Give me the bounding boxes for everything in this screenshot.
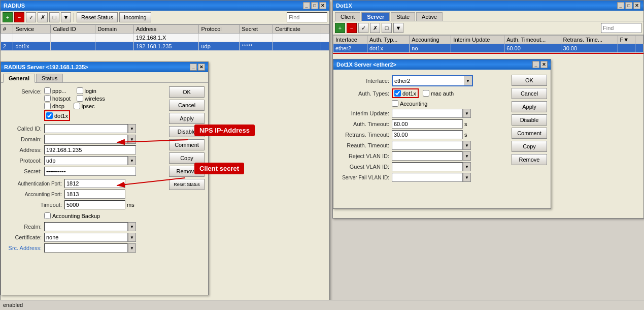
dot1x-checkbox[interactable]: [46, 112, 53, 119]
interface-input[interactable]: [393, 76, 464, 85]
radius-box-btn[interactable]: □: [49, 12, 59, 22]
dot1x-minimize-btn[interactable]: _: [617, 2, 624, 9]
ppp-checkbox[interactable]: [44, 87, 51, 94]
dhcp-checkbox[interactable]: [44, 103, 51, 109]
domain-dropdown-btn[interactable]: ▼: [128, 135, 136, 144]
called-id-input[interactable]: [44, 124, 128, 133]
apply-button[interactable]: Apply: [169, 113, 205, 124]
interface-dropdown-btn[interactable]: ▼: [464, 76, 472, 85]
dot1x-check-btn[interactable]: ✓: [358, 23, 368, 33]
radius-add-btn[interactable]: +: [3, 12, 13, 22]
dot1x-cancel-button[interactable]: Cancel: [512, 88, 547, 99]
cancel-button[interactable]: Cancel: [169, 100, 205, 111]
tab-general[interactable]: General: [3, 74, 35, 83]
server-fail-vlan-input[interactable]: [392, 173, 463, 182]
ipsec-checkbox-label[interactable]: ipsec: [74, 103, 95, 109]
hotspot-checkbox-label[interactable]: hotspot: [44, 95, 71, 102]
dot1x-copy-button[interactable]: Copy: [512, 141, 547, 152]
reject-vlan-input[interactable]: [392, 151, 463, 161]
radius-server-minimize[interactable]: _: [190, 64, 197, 71]
tab-server[interactable]: Server: [361, 12, 390, 21]
dot1x-server-minimize[interactable]: _: [532, 61, 539, 68]
reauth-timeout-dropdown[interactable]: ▼: [463, 141, 471, 150]
dot1x-filter-btn[interactable]: ▼: [393, 23, 403, 33]
src-address-input[interactable]: [44, 243, 128, 253]
comment-button[interactable]: Comment: [169, 139, 205, 150]
reauth-timeout-input[interactable]: [392, 141, 463, 150]
radius-maximize-btn[interactable]: □: [311, 2, 318, 9]
radius-remove-btn[interactable]: −: [14, 12, 24, 22]
ok-button[interactable]: OK: [169, 86, 205, 98]
dot1x-add-btn[interactable]: +: [335, 23, 345, 33]
copy-button[interactable]: Copy: [169, 152, 205, 164]
guest-vlan-input[interactable]: [392, 162, 463, 171]
src-address-dropdown-btn[interactable]: ▼: [128, 243, 136, 253]
radius-close-btn[interactable]: ✕: [319, 2, 326, 9]
timeout-input[interactable]: [64, 200, 125, 209]
dot1x-close-btn[interactable]: ✕: [633, 2, 640, 9]
radius-x-btn[interactable]: ✗: [38, 12, 48, 22]
ppp-checkbox-label[interactable]: ppp...: [44, 87, 66, 94]
address-input[interactable]: [44, 145, 136, 154]
accounting-port-input[interactable]: [64, 190, 125, 199]
certificate-dropdown-btn[interactable]: ▼: [128, 233, 136, 242]
tab-status[interactable]: Status: [36, 74, 63, 82]
hotspot-checkbox[interactable]: [44, 95, 51, 102]
wireless-checkbox[interactable]: [77, 95, 83, 102]
accounting-checkbox[interactable]: [392, 100, 398, 107]
accounting-checkbox-label[interactable]: Accounting: [392, 100, 427, 107]
tab-active[interactable]: Active: [416, 12, 443, 21]
accounting-backup-checkbox[interactable]: [44, 212, 51, 219]
dot1x-server-close[interactable]: ✕: [540, 61, 548, 68]
auth-timeout-input[interactable]: [392, 119, 463, 129]
server-fail-vlan-dropdown[interactable]: ▼: [463, 173, 471, 182]
table-row[interactable]: ether2 dot1x no 60.00 30.00: [333, 44, 643, 53]
radius-reset-status-btn[interactable]: Reset Status: [77, 12, 118, 22]
interim-update-dropdown[interactable]: ▼: [463, 109, 471, 118]
radius-minimize-btn[interactable]: _: [303, 2, 310, 9]
accounting-backup-label[interactable]: Accounting Backup: [44, 212, 100, 219]
mac-auth-checkbox[interactable]: [423, 90, 429, 97]
login-checkbox[interactable]: [77, 87, 83, 94]
retrans-timeout-input[interactable]: [392, 130, 463, 139]
dot1x-ok-button[interactable]: OK: [512, 75, 547, 86]
radius-server-close[interactable]: ✕: [198, 64, 205, 71]
protocol-dropdown-btn[interactable]: ▼: [128, 156, 136, 165]
dot1x-find-input[interactable]: [601, 23, 641, 33]
wireless-checkbox-label[interactable]: wireless: [77, 95, 105, 102]
dot1x-checkbox-label[interactable]: dot1x: [46, 112, 68, 119]
dot1x-maximize-btn[interactable]: □: [625, 2, 632, 9]
dot1x-comment-button[interactable]: Comment: [512, 128, 547, 139]
reject-vlan-dropdown[interactable]: ▼: [463, 151, 471, 161]
dot1x-box-btn[interactable]: □: [382, 23, 392, 33]
dhcp-checkbox-label[interactable]: dhcp: [44, 103, 64, 109]
secret-input[interactable]: [44, 167, 136, 176]
guest-vlan-dropdown[interactable]: ▼: [463, 162, 471, 171]
realm-dropdown-btn[interactable]: ▼: [128, 222, 136, 231]
tab-state[interactable]: State: [391, 12, 415, 21]
radius-incoming-btn[interactable]: Incoming: [119, 12, 151, 22]
login-checkbox-label[interactable]: login: [77, 87, 96, 94]
radius-check-btn[interactable]: ✓: [26, 12, 36, 22]
tab-client[interactable]: Client: [335, 12, 360, 21]
domain-input[interactable]: [44, 135, 128, 144]
called-id-dropdown-btn[interactable]: ▼: [128, 124, 136, 133]
radius-filter-btn[interactable]: ▼: [61, 12, 71, 22]
realm-input[interactable]: [44, 222, 128, 231]
dot1x-remove-button[interactable]: Remove: [512, 154, 547, 165]
dot1x-disable-button[interactable]: Disable: [512, 114, 547, 126]
mac-auth-checkbox-label[interactable]: mac auth: [423, 90, 454, 97]
auth-port-input[interactable]: [64, 179, 125, 188]
reset-status-button[interactable]: Reset Status: [169, 179, 205, 190]
dot1x-x-btn[interactable]: ✗: [370, 23, 380, 33]
table-row[interactable]: 192.168.1.X: [1, 34, 329, 42]
ipsec-checkbox[interactable]: [74, 103, 80, 109]
dot1x-apply-button[interactable]: Apply: [512, 101, 547, 112]
dot1x-auth-checkbox[interactable]: [394, 90, 401, 97]
dot1x-auth-checkbox-label[interactable]: dot1x: [392, 88, 419, 98]
table-row[interactable]: 2 dot1x 192.168.1.235 udp *****: [1, 42, 329, 51]
dot1x-remove-btn[interactable]: −: [347, 23, 357, 33]
certificate-input[interactable]: [44, 233, 128, 242]
radius-find-input[interactable]: [287, 12, 327, 22]
protocol-input[interactable]: [44, 156, 128, 165]
